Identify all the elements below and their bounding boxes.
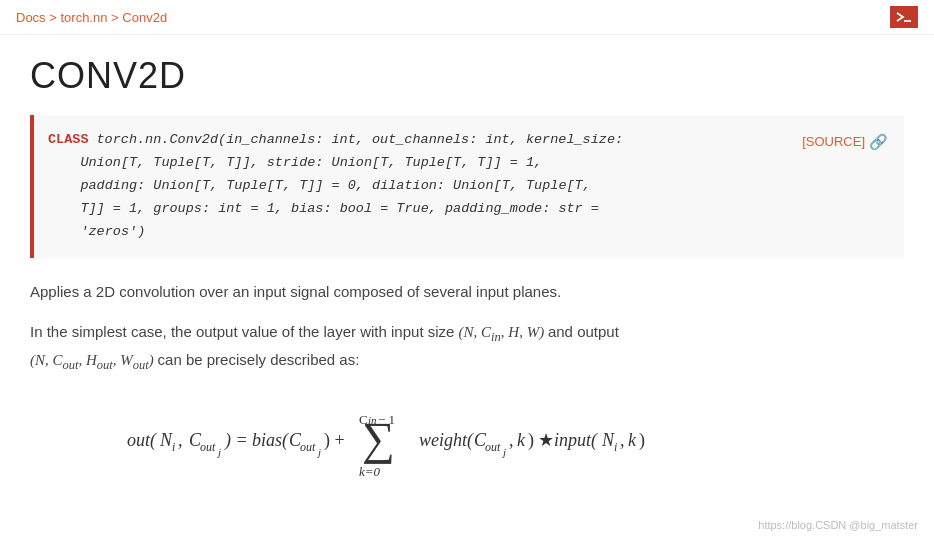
breadcrumb-docs[interactable]: Docs — [16, 10, 46, 25]
svg-text:bias(: bias( — [252, 430, 289, 451]
svg-text:i: i — [172, 440, 175, 454]
svg-text:j: j — [501, 446, 506, 458]
formula-display: out( N i , C out j ) = bias( C out j ) +… — [30, 394, 904, 484]
svg-text:input(: input( — [554, 430, 598, 451]
svg-text:,: , — [509, 430, 514, 450]
source-label: [SOURCE] — [802, 131, 865, 153]
svg-text:,: , — [620, 430, 625, 450]
svg-text:,: , — [178, 430, 183, 450]
svg-text:weight(: weight( — [419, 430, 474, 451]
main-content: CONV2D CLASStorch.nn.Conv2d(in_channels:… — [0, 35, 934, 522]
terminal-button[interactable] — [890, 6, 918, 28]
svg-text:) +: ) + — [324, 430, 345, 451]
breadcrumb-sep1: > — [49, 10, 60, 25]
svg-text:i: i — [614, 440, 617, 454]
code-block: CLASStorch.nn.Conv2d(in_channels: int, o… — [30, 115, 904, 258]
code-signature: torch.nn.Conv2d(in_channels: int, out_ch… — [48, 132, 623, 239]
source-link[interactable]: [SOURCE] 🔗 — [802, 129, 888, 155]
breadcrumb-torchnn[interactable]: torch.nn — [60, 10, 107, 25]
math-input-size: (N, Cin, H, W) — [459, 324, 548, 340]
formula-svg: out( N i , C out j ) = bias( C out j ) +… — [117, 394, 817, 484]
description-paragraph2: In the simplest case, the output value o… — [30, 320, 890, 375]
svg-text:): ) — [639, 430, 645, 451]
top-bar: Docs > torch.nn > Conv2d — [0, 0, 934, 35]
svg-text:k=0: k=0 — [359, 464, 381, 479]
para2-and-output: and output — [548, 323, 619, 340]
link-icon: 🔗 — [869, 129, 888, 155]
page-title: CONV2D — [30, 55, 904, 97]
description-paragraph1: Applies a 2D convolution over an input s… — [30, 280, 890, 305]
svg-text:out: out — [200, 440, 216, 454]
math-output-size: (N, Cout, Hout, Wout) — [30, 352, 158, 368]
svg-text:N: N — [601, 430, 615, 450]
svg-text:k: k — [517, 430, 526, 450]
svg-text:k: k — [628, 430, 637, 450]
svg-text:out(: out( — [127, 430, 157, 451]
class-badge: CLASS — [48, 129, 89, 152]
para2-end: can be precisely described as: — [158, 351, 360, 368]
svg-text:j: j — [216, 446, 221, 458]
svg-text:j: j — [316, 446, 321, 458]
svg-text:) ★: ) ★ — [528, 430, 555, 451]
breadcrumb-sep2: > — [111, 10, 122, 25]
breadcrumb-conv2d[interactable]: Conv2d — [122, 10, 167, 25]
svg-text:N: N — [159, 430, 173, 450]
para2-before: In the simplest case, the output value o… — [30, 323, 454, 340]
svg-text:out: out — [485, 440, 501, 454]
svg-text:∑: ∑ — [362, 413, 395, 464]
svg-text:out: out — [300, 440, 316, 454]
svg-text:) =: ) = — [224, 430, 248, 451]
breadcrumb: Docs > torch.nn > Conv2d — [16, 10, 167, 25]
